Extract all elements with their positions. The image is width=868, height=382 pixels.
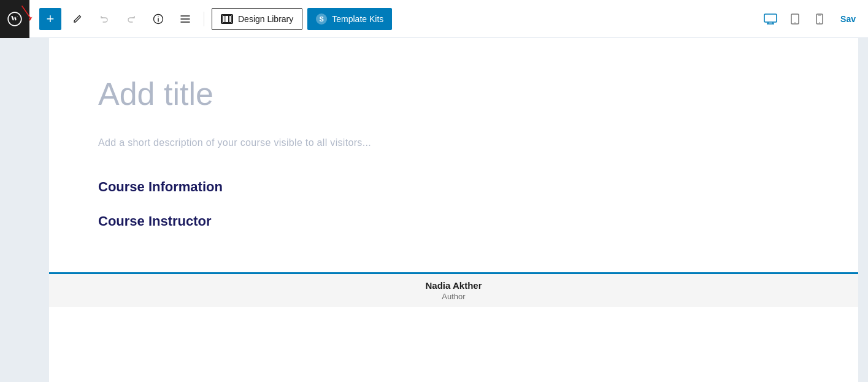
- device-switcher: [759, 8, 831, 30]
- pencil-icon: [72, 14, 82, 24]
- svg-line-0: [22, 6, 31, 18]
- toolbar: +: [0, 0, 868, 38]
- mobile-view-button[interactable]: [808, 8, 831, 30]
- info-icon: [153, 13, 164, 25]
- undo-icon: [99, 14, 109, 24]
- mobile-icon: [816, 13, 823, 25]
- tablet-icon: [791, 13, 799, 25]
- save-button[interactable]: Sav: [835, 8, 861, 30]
- author-name: Nadia Akther: [49, 280, 858, 291]
- undo-button[interactable]: [93, 8, 115, 30]
- info-button[interactable]: [147, 8, 169, 30]
- left-sidebar: [0, 38, 39, 382]
- design-library-icon: [221, 14, 233, 24]
- template-kits-label: Template Kits: [332, 14, 383, 24]
- toolbar-separator-1: [204, 12, 204, 26]
- page-canvas[interactable]: Add title Add a short description of you…: [49, 38, 858, 382]
- svg-point-4: [158, 16, 159, 17]
- redo-icon: [126, 14, 136, 24]
- svg-rect-8: [223, 15, 231, 22]
- add-block-button[interactable]: +: [39, 8, 61, 30]
- list-view-button[interactable]: [174, 8, 196, 30]
- redo-button[interactable]: [120, 8, 142, 30]
- course-information-heading[interactable]: Course Information: [98, 179, 809, 195]
- description-placeholder[interactable]: Add a short description of your course v…: [98, 137, 809, 148]
- template-kits-button[interactable]: S Template Kits: [307, 8, 392, 30]
- tablet-view-button[interactable]: [784, 8, 806, 30]
- author-role: Author: [49, 292, 858, 301]
- page-content: Add title Add a short description of you…: [49, 38, 858, 272]
- edit-icon-button[interactable]: [66, 8, 88, 30]
- course-instructor-heading[interactable]: Course Instructor: [98, 213, 809, 229]
- main-layout: Add title Add a short description of you…: [0, 38, 868, 382]
- list-icon: [180, 15, 190, 23]
- design-library-label: Design Library: [238, 14, 293, 24]
- desktop-view-button[interactable]: [759, 8, 782, 30]
- page-title-placeholder[interactable]: Add title: [98, 75, 809, 113]
- wp-logo[interactable]: [0, 0, 29, 38]
- svg-marker-1: [29, 17, 33, 21]
- status-bar: Nadia Akther Author: [49, 272, 858, 307]
- svg-point-17: [819, 22, 820, 23]
- svg-point-15: [794, 22, 796, 23]
- template-kits-icon: S: [316, 13, 327, 25]
- svg-rect-10: [764, 14, 777, 22]
- desktop-icon: [764, 13, 777, 25]
- editor-area: Add title Add a short description of you…: [39, 38, 868, 382]
- design-library-button[interactable]: Design Library: [212, 8, 302, 30]
